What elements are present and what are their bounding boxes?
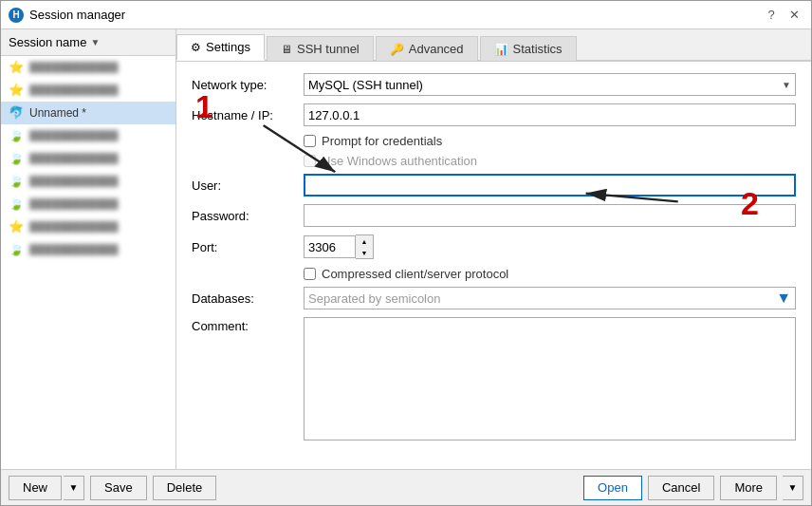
password-input[interactable] — [304, 204, 796, 227]
network-type-label: Network type: — [192, 78, 296, 92]
comment-textarea[interactable] — [304, 317, 796, 440]
hostname-row: Hostname / IP: — [192, 103, 796, 126]
sidebar-item-5[interactable]: 🍃 ████████████ — [1, 147, 175, 170]
databases-label: Databases: — [192, 291, 296, 306]
sidebar-item-8-label: ████████████ — [29, 221, 119, 233]
tab-advanced[interactable]: 🔑 Advanced — [376, 36, 478, 61]
tab-statistics-label: Statistics — [513, 42, 563, 56]
sidebar-header[interactable]: Session name ▼ — [1, 29, 175, 56]
sidebar-item-1-label: ████████████ — [29, 62, 119, 73]
delete-button[interactable]: Delete — [153, 476, 217, 500]
sidebar-item-2-label: ████████████ — [29, 84, 119, 96]
network-type-control: MySQL (SSH tunnel) ▼ — [304, 73, 796, 96]
leaf-icon-4: 🍃 — [9, 128, 24, 143]
port-spinner-buttons: ▲ ▼ — [356, 234, 374, 259]
hostname-label: Hostname / IP: — [192, 108, 296, 122]
hostname-input[interactable] — [304, 103, 796, 126]
new-dropdown-button[interactable]: ▼ — [64, 476, 84, 500]
tab-ssh-label: SSH tunnel — [297, 42, 360, 56]
leaf-icon-5: 🍃 — [9, 151, 24, 166]
sidebar-item-9[interactable]: 🍃 ████████████ — [1, 238, 175, 261]
help-button[interactable]: ? — [762, 6, 781, 25]
tab-ssh-tunnel[interactable]: 🖥 SSH tunnel — [267, 36, 374, 61]
sidebar-item-6[interactable]: 🍃 ████████████ — [1, 170, 175, 193]
bottom-right-buttons: Open Cancel More ▼ — [583, 476, 803, 500]
comment-label: Comment: — [192, 317, 296, 333]
leaf-icon-9: 🍃 — [9, 242, 24, 257]
star-icon-2: ⭐ — [9, 83, 24, 98]
comment-row: Comment: — [192, 317, 796, 440]
dolphin-icon: 🐬 — [9, 105, 24, 121]
compressed-checkbox[interactable] — [304, 268, 316, 280]
password-row: Password: — [192, 204, 796, 227]
prompt-credentials-label: Prompt for credentials — [322, 134, 442, 148]
databases-dropdown[interactable]: Separated by semicolon ▼ — [304, 287, 796, 309]
app-icon: H — [9, 8, 24, 23]
sidebar-item-7[interactable]: 🍃 ████████████ — [1, 193, 175, 216]
port-spinner: ▲ ▼ — [304, 234, 796, 259]
compressed-row: Compressed client/server protocol — [304, 267, 796, 281]
network-type-dropdown[interactable]: MySQL (SSH tunnel) ▼ — [304, 73, 796, 96]
windows-auth-row: Use Windows authentication — [304, 154, 796, 168]
cancel-button[interactable]: Cancel — [648, 476, 714, 500]
sidebar-item-unnamed-label: Unnamed * — [29, 106, 86, 120]
star-icon: ⭐ — [9, 60, 24, 75]
new-button[interactable]: New — [9, 476, 62, 500]
statistics-tab-icon: 📊 — [494, 43, 508, 56]
user-control — [304, 174, 796, 197]
user-input[interactable] — [304, 174, 796, 197]
password-label: Password: — [192, 209, 296, 223]
sidebar-item-5-label: ████████████ — [29, 153, 119, 164]
windows-auth-label: Use Windows authentication — [322, 154, 477, 168]
tab-advanced-label: Advanced — [409, 42, 464, 56]
title-bar-controls: ? ✕ — [762, 6, 803, 25]
open-button[interactable]: Open — [583, 476, 642, 500]
sidebar-item-9-label: ████████████ — [29, 244, 119, 255]
ssh-tab-icon: 🖥 — [281, 43, 292, 56]
close-button[interactable]: ✕ — [784, 6, 803, 25]
sidebar-item-7-label: ████████████ — [29, 198, 119, 210]
dropdown-arrow-icon: ▼ — [782, 80, 791, 90]
prompt-credentials-row: Prompt for credentials — [304, 134, 796, 148]
network-type-value: MySQL (SSH tunnel) — [308, 78, 423, 92]
more-dropdown-button[interactable]: ▼ — [783, 476, 803, 500]
sidebar-item-4[interactable]: 🍃 ████████████ — [1, 124, 175, 147]
databases-control: Separated by semicolon ▼ — [304, 287, 796, 309]
window-title: Session manager — [29, 8, 125, 22]
user-label: User: — [192, 178, 296, 193]
title-bar: H Session manager ? ✕ — [1, 1, 811, 29]
user-row: User: — [192, 174, 796, 197]
more-button[interactable]: More — [720, 476, 777, 500]
leaf-icon-7: 🍃 — [9, 197, 24, 212]
tab-statistics[interactable]: 📊 Statistics — [480, 36, 577, 61]
leaf-icon-6: 🍃 — [9, 174, 24, 189]
star-icon-8: ⭐ — [9, 219, 24, 234]
port-up-button[interactable]: ▲ — [356, 235, 373, 247]
port-label: Port: — [192, 240, 296, 254]
sidebar-item-1[interactable]: ⭐ ████████████ — [1, 56, 175, 79]
bottom-left-buttons: New ▼ Save Delete — [9, 476, 216, 500]
sidebar-item-2[interactable]: ⭐ ████████████ — [1, 79, 175, 102]
form-area: 1 2 Network type: MySQL (SSH tunnel) ▼ H… — [176, 62, 811, 469]
sidebar-item-unnamed[interactable]: 🐬 Unnamed * — [1, 102, 175, 124]
tab-settings-label: Settings — [206, 40, 250, 54]
sidebar: Session name ▼ ⭐ ████████████ ⭐ ████████… — [1, 29, 176, 469]
main-content: Session name ▼ ⭐ ████████████ ⭐ ████████… — [1, 29, 811, 469]
save-button[interactable]: Save — [90, 476, 147, 500]
prompt-credentials-checkbox[interactable] — [304, 135, 316, 147]
main-panel: ⚙ Settings 🖥 SSH tunnel 🔑 Advanced 📊 Sta… — [176, 29, 811, 469]
windows-auth-checkbox[interactable] — [304, 155, 316, 167]
databases-arrow-icon: ▼ — [776, 290, 791, 307]
port-control: ▲ ▼ — [304, 234, 796, 259]
databases-row: Databases: Separated by semicolon ▼ — [192, 287, 796, 309]
port-input[interactable] — [304, 235, 356, 258]
sidebar-item-6-label: ████████████ — [29, 176, 119, 187]
settings-tab-icon: ⚙ — [191, 41, 201, 54]
hostname-control — [304, 103, 796, 126]
port-down-button[interactable]: ▼ — [356, 247, 373, 258]
bottom-bar: New ▼ Save Delete Open Cancel More ▼ — [1, 469, 811, 505]
port-row: Port: ▲ ▼ — [192, 234, 796, 259]
tab-settings[interactable]: ⚙ Settings — [176, 34, 265, 61]
sidebar-item-8[interactable]: ⭐ ████████████ — [1, 216, 175, 238]
title-bar-left: H Session manager — [9, 8, 125, 23]
